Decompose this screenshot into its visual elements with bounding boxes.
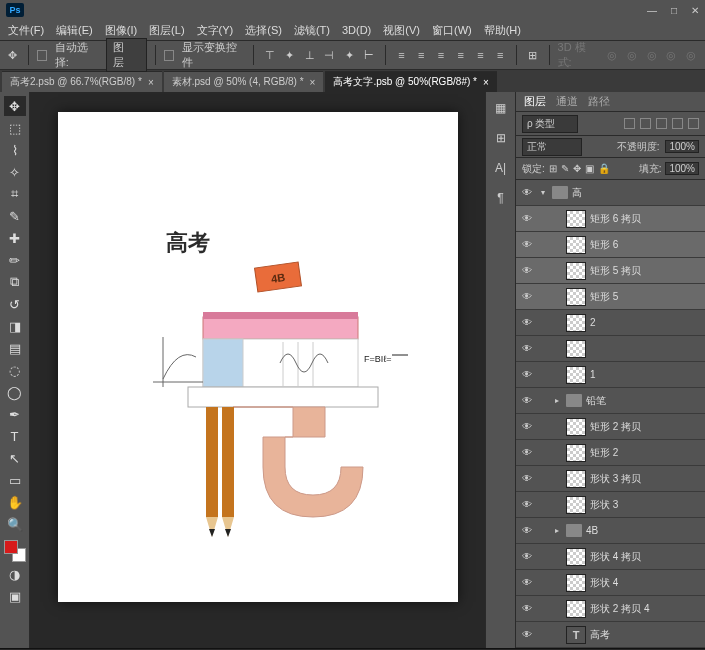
dist-2-icon[interactable]: ≡ [413, 46, 429, 64]
stamp-tool[interactable]: ⧉ [4, 272, 26, 292]
layer-row[interactable]: 👁2 [516, 310, 705, 336]
tab-channels[interactable]: 通道 [556, 94, 578, 109]
document-tab-active[interactable]: 高考文字.psb @ 50%(RGB/8#) *× [325, 71, 496, 92]
lock-pos-icon[interactable]: ✥ [573, 163, 581, 174]
tab-close-icon[interactable]: × [310, 77, 316, 88]
align-left-icon[interactable]: ⊣ [322, 46, 338, 64]
layers-list[interactable]: 👁 ▾ 高 👁矩形 6 拷贝👁矩形 6👁矩形 5 拷贝👁矩形 5👁2👁👁1👁▸铅… [516, 180, 705, 648]
filter-dropdown[interactable]: ρ 类型 [522, 115, 578, 133]
menu-view[interactable]: 视图(V) [383, 23, 420, 38]
visibility-icon[interactable]: 👁 [520, 446, 534, 460]
dist-3-icon[interactable]: ≡ [433, 46, 449, 64]
layer-row[interactable]: 👁形状 4 拷贝 [516, 544, 705, 570]
lock-pixels-icon[interactable]: ✎ [561, 163, 569, 174]
shape-tool[interactable]: ▭ [4, 470, 26, 490]
visibility-icon[interactable]: 👁 [520, 472, 534, 486]
properties-panel-icon[interactable]: ⊞ [491, 128, 511, 148]
quickmask-tool[interactable]: ◑ [4, 564, 26, 584]
visibility-icon[interactable]: 👁 [520, 628, 534, 642]
eraser-tool[interactable]: ◨ [4, 316, 26, 336]
expand-icon[interactable]: ▾ [538, 188, 548, 197]
auto-align-icon[interactable]: ⊞ [525, 46, 541, 64]
layer-group[interactable]: 👁 ▾ 高 [516, 180, 705, 206]
visibility-icon[interactable]: 👁 [520, 316, 534, 330]
menu-file[interactable]: 文件(F) [8, 23, 44, 38]
expand-icon[interactable]: ▸ [552, 396, 562, 405]
visibility-icon[interactable]: 👁 [520, 524, 534, 538]
move-tool-icon[interactable]: ✥ [6, 47, 20, 63]
wand-tool[interactable]: ✧ [4, 162, 26, 182]
tab-close-icon[interactable]: × [148, 77, 154, 88]
auto-select-checkbox[interactable] [37, 50, 47, 61]
filter-pixel-icon[interactable] [624, 118, 635, 129]
screenmode-tool[interactable]: ▣ [4, 586, 26, 606]
dodge-tool[interactable]: ◯ [4, 382, 26, 402]
dist-6-icon[interactable]: ≡ [492, 46, 508, 64]
blend-mode-dropdown[interactable]: 正常 [522, 138, 582, 156]
layer-row[interactable]: 👁▸4B [516, 518, 705, 544]
brush-tool[interactable]: ✏ [4, 250, 26, 270]
tab-paths[interactable]: 路径 [588, 94, 610, 109]
show-transform-checkbox[interactable] [164, 50, 174, 61]
menu-help[interactable]: 帮助(H) [484, 23, 521, 38]
blur-tool[interactable]: ◌ [4, 360, 26, 380]
dist-1-icon[interactable]: ≡ [394, 46, 410, 64]
visibility-icon[interactable]: 👁 [520, 186, 534, 200]
visibility-icon[interactable]: 👁 [520, 342, 534, 356]
align-hcenter-icon[interactable]: ✦ [341, 46, 357, 64]
auto-select-dropdown[interactable]: 图层 [106, 38, 147, 72]
layer-row[interactable]: 👁形状 2 拷贝 4 [516, 596, 705, 622]
hand-tool[interactable]: ✋ [4, 492, 26, 512]
layer-row[interactable]: 👁T高考 [516, 622, 705, 648]
lock-icon[interactable]: 🔒 [598, 163, 610, 174]
move-tool[interactable]: ✥ [4, 96, 26, 116]
crop-tool[interactable]: ⌗ [4, 184, 26, 204]
layer-row[interactable]: 👁矩形 2 [516, 440, 705, 466]
layer-row[interactable]: 👁矩形 5 拷贝 [516, 258, 705, 284]
canvas-area[interactable]: 高考 4B [30, 92, 485, 648]
layer-row[interactable]: 👁矩形 2 拷贝 [516, 414, 705, 440]
menu-filter[interactable]: 滤镜(T) [294, 23, 330, 38]
layer-row[interactable]: 👁矩形 6 拷贝 [516, 206, 705, 232]
layer-row[interactable]: 👁▸铅笔 [516, 388, 705, 414]
visibility-icon[interactable]: 👁 [520, 602, 534, 616]
layer-row[interactable]: 👁矩形 5 [516, 284, 705, 310]
type-tool[interactable]: T [4, 426, 26, 446]
dist-5-icon[interactable]: ≡ [473, 46, 489, 64]
menu-window[interactable]: 窗口(W) [432, 23, 472, 38]
layer-row[interactable]: 👁 [516, 336, 705, 362]
visibility-icon[interactable]: 👁 [520, 368, 534, 382]
menu-select[interactable]: 选择(S) [245, 23, 282, 38]
history-panel-icon[interactable]: ▦ [491, 98, 511, 118]
document-tab[interactable]: 高考2.psb @ 66.7%(RGB/8) *× [2, 71, 162, 92]
history-brush-tool[interactable]: ↺ [4, 294, 26, 314]
fill-value[interactable]: 100% [665, 162, 699, 175]
menu-type[interactable]: 文字(Y) [197, 23, 234, 38]
visibility-icon[interactable]: 👁 [520, 420, 534, 434]
opacity-value[interactable]: 100% [665, 140, 699, 153]
menu-layer[interactable]: 图层(L) [149, 23, 184, 38]
tab-layers[interactable]: 图层 [524, 94, 546, 109]
align-right-icon[interactable]: ⊢ [361, 46, 377, 64]
menu-edit[interactable]: 编辑(E) [56, 23, 93, 38]
character-panel-icon[interactable]: A| [491, 158, 511, 178]
visibility-icon[interactable]: 👁 [520, 394, 534, 408]
layer-row[interactable]: 👁矩形 6 [516, 232, 705, 258]
heal-tool[interactable]: ✚ [4, 228, 26, 248]
filter-shape-icon[interactable] [672, 118, 683, 129]
maximize-icon[interactable]: □ [671, 5, 677, 16]
paragraph-panel-icon[interactable]: ¶ [491, 188, 511, 208]
marquee-tool[interactable]: ⬚ [4, 118, 26, 138]
lasso-tool[interactable]: ⌇ [4, 140, 26, 160]
eyedropper-tool[interactable]: ✎ [4, 206, 26, 226]
visibility-icon[interactable]: 👁 [520, 550, 534, 564]
tab-close-icon[interactable]: × [483, 77, 489, 88]
path-tool[interactable]: ↖ [4, 448, 26, 468]
menu-image[interactable]: 图像(I) [105, 23, 137, 38]
layer-row[interactable]: 👁形状 3 [516, 492, 705, 518]
filter-type-icon[interactable] [656, 118, 667, 129]
visibility-icon[interactable]: 👁 [520, 290, 534, 304]
layer-row[interactable]: 👁形状 4 [516, 570, 705, 596]
minimize-icon[interactable]: — [647, 5, 657, 16]
pen-tool[interactable]: ✒ [4, 404, 26, 424]
